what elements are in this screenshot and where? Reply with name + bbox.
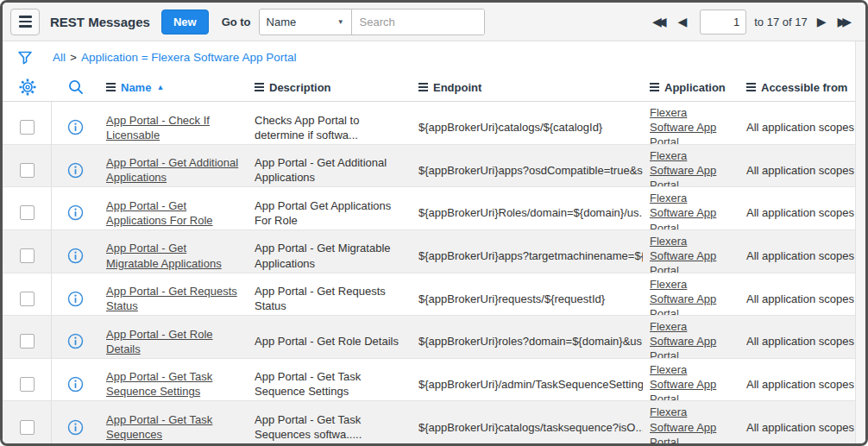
- row-checkbox[interactable]: [20, 377, 35, 392]
- info-icon[interactable]: [67, 162, 84, 179]
- info-icon[interactable]: [67, 419, 84, 436]
- first-page-button[interactable]: ◀◀: [651, 14, 669, 29]
- endpoint-cell: ${appBrokerUri}Roles/domain=${domain}/us…: [412, 202, 643, 223]
- record-link[interactable]: App Portal - Get Migratable Applications: [106, 242, 222, 269]
- application-link[interactable]: Flexera Software App Portal: [650, 320, 716, 359]
- row-checkbox[interactable]: [20, 248, 35, 263]
- column-menu-icon: [650, 83, 659, 91]
- row-checkbox[interactable]: [20, 205, 35, 220]
- hamburger-icon: [19, 16, 32, 28]
- filter-row: All > Application = Flexera Software App…: [3, 41, 855, 73]
- record-link[interactable]: App Portal - Get Role Details: [106, 328, 213, 355]
- chevron-down-icon: ▼: [337, 18, 344, 26]
- breadcrumb-filter-link[interactable]: Application = Flexera Software App Porta…: [81, 51, 297, 64]
- filter-funnel-icon[interactable]: [16, 49, 34, 66]
- goto-label: Go to: [222, 16, 251, 28]
- table-rows: App Portal - Check If Licensable Checks …: [3, 102, 855, 443]
- breadcrumb: All > Application = Flexera Software App…: [53, 51, 296, 64]
- record-link[interactable]: App Portal - Get Task Sequence Settings: [106, 370, 212, 398]
- application-link[interactable]: Flexera Software App Portal: [650, 235, 716, 273]
- application-link[interactable]: Flexera Software App Portal: [650, 363, 716, 402]
- description-cell: App Portal - Get Task Sequence Settings: [248, 366, 412, 401]
- column-header-label: Application: [664, 81, 726, 94]
- list-toolbar: REST Messages New Go to Name ▼ ◀◀ ◀ to 1…: [3, 3, 865, 41]
- application-link[interactable]: Flexera Software App Portal: [650, 192, 716, 230]
- column-header-label: Accessible from: [761, 81, 847, 94]
- record-link[interactable]: App Portal - Get Applications For Role: [106, 199, 213, 227]
- application-link[interactable]: Flexera Software App Portal: [650, 278, 716, 317]
- goto-selected-value: Name: [267, 16, 297, 28]
- table-row: App Portal - Get Requests Status App Por…: [3, 273, 855, 317]
- endpoint-cell: ${appBrokerUri}catalogs/${catalogId}: [412, 116, 643, 138]
- table-row: App Portal - Get Role Details App Portal…: [3, 316, 855, 359]
- rest-messages-list-window: REST Messages New Go to Name ▼ ◀◀ ◀ to 1…: [0, 0, 868, 446]
- record-link[interactable]: App Portal - Get Requests Status: [106, 285, 237, 312]
- table-row: App Portal - Get Task Sequence Settings …: [3, 359, 855, 402]
- description-cell: App Portal - Get Role Details: [248, 330, 412, 352]
- next-page-button[interactable]: ▶: [815, 14, 828, 29]
- info-icon[interactable]: [67, 204, 84, 221]
- sort-ascending-icon: ▲: [156, 83, 164, 91]
- breadcrumb-all-link[interactable]: All: [53, 51, 66, 64]
- breadcrumb-separator: >: [70, 51, 77, 64]
- record-link[interactable]: App Portal - Check If Licensable: [106, 114, 210, 141]
- record-link[interactable]: App Portal - Get Task Sequences: [106, 413, 212, 441]
- accessible-from-cell: All application scopes: [739, 288, 855, 310]
- accessible-from-cell: All application scopes: [739, 202, 855, 223]
- accessible-from-cell: All application scopes: [739, 245, 855, 267]
- description-cell: App Portal - Get Task Sequences softwa..…: [248, 409, 412, 443]
- context-menu-button[interactable]: [10, 9, 40, 35]
- table-row: App Portal - Check If Licensable Checks …: [3, 102, 855, 145]
- list-body: All > Application = Flexera Software App…: [3, 41, 865, 443]
- description-cell: Checks App Portal to determine if softwa…: [248, 110, 412, 145]
- description-cell: App Portal - Get Requests Status: [248, 280, 412, 316]
- endpoint-cell: ${appBrokerUri}catalogs/tasksequence?isO…: [412, 417, 643, 438]
- application-link[interactable]: Flexera Software App Portal: [650, 106, 716, 145]
- column-header-label: Name: [121, 81, 151, 94]
- table-row: App Portal - Get Migratable Applications…: [3, 230, 855, 273]
- description-cell: App Portal - Get Migratable Applications: [248, 237, 412, 273]
- gear-icon: [18, 78, 37, 97]
- search-icon: [67, 79, 85, 96]
- goto-search-input[interactable]: [352, 9, 484, 35]
- list-search-toggle-button[interactable]: [52, 79, 99, 96]
- column-header-endpoint[interactable]: Endpoint: [412, 81, 643, 94]
- application-link[interactable]: Flexera Software App Portal: [650, 405, 716, 443]
- list-content: All > Application = Flexera Software App…: [3, 41, 855, 443]
- page-range-text: to 17 of 17: [754, 16, 807, 28]
- column-menu-icon: [746, 83, 756, 91]
- column-header-application[interactable]: Application: [643, 81, 739, 94]
- page-title: REST Messages: [50, 15, 150, 29]
- row-checkbox[interactable]: [20, 292, 35, 306]
- goto-field-select[interactable]: Name ▼: [260, 9, 352, 35]
- new-button[interactable]: New: [161, 9, 209, 35]
- row-checkbox[interactable]: [20, 163, 35, 178]
- page-number-input[interactable]: [700, 9, 746, 35]
- goto-control: Name ▼: [259, 9, 485, 35]
- personalize-list-button[interactable]: [3, 78, 52, 97]
- column-menu-icon: [418, 83, 428, 91]
- accessible-from-cell: All application scopes: [739, 330, 855, 352]
- endpoint-cell: ${appBrokerUri}requests/${requestId}: [412, 288, 643, 310]
- column-header-name[interactable]: Name ▲: [99, 81, 248, 94]
- description-cell: App Portal Get Applications For Role: [248, 195, 412, 230]
- record-link[interactable]: App Portal - Get Additional Applications: [106, 156, 238, 184]
- previous-page-button[interactable]: ◀: [676, 14, 689, 29]
- info-icon[interactable]: [67, 376, 84, 393]
- accessible-from-cell: All application scopes: [739, 374, 855, 395]
- column-header-accessible-from[interactable]: Accessible from: [739, 81, 855, 94]
- info-icon[interactable]: [67, 333, 84, 349]
- vertical-scrollbar[interactable]: [855, 41, 865, 443]
- info-icon[interactable]: [67, 248, 84, 264]
- column-header-description[interactable]: Description: [248, 81, 412, 94]
- row-checkbox[interactable]: [20, 120, 35, 135]
- accessible-from-cell: All application scopes: [739, 160, 855, 181]
- endpoint-cell: ${appBrokerUri}roles?domain=${domain}&us…: [412, 330, 643, 352]
- row-checkbox[interactable]: [20, 420, 35, 435]
- row-checkbox[interactable]: [20, 334, 35, 349]
- application-link[interactable]: Flexera Software App Portal: [650, 149, 716, 188]
- column-header-label: Description: [269, 81, 331, 94]
- info-icon[interactable]: [67, 291, 84, 307]
- last-page-button[interactable]: ▶▶: [835, 14, 853, 29]
- info-icon[interactable]: [67, 119, 84, 135]
